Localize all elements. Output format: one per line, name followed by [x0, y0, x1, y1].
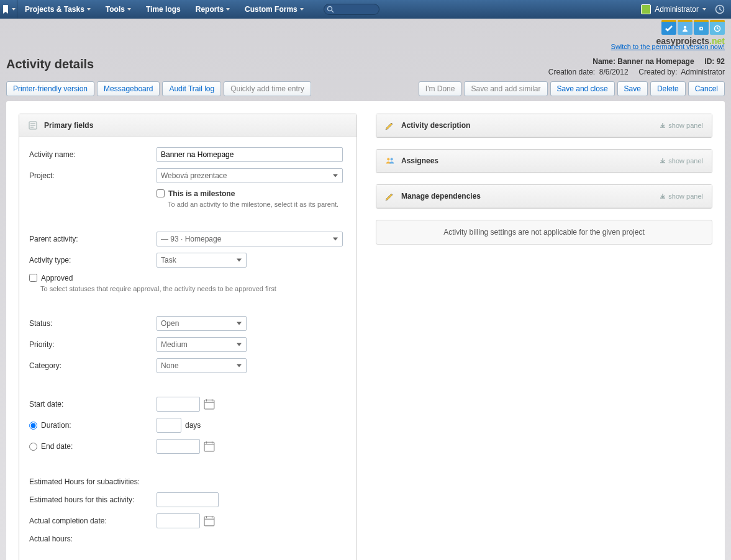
approved-hint: To select statuses that require approval…: [40, 285, 347, 292]
nav-projects-tasks[interactable]: Projects & Tasks: [17, 0, 98, 19]
nav-time-logs[interactable]: Time logs: [138, 0, 188, 19]
brand-logo: easyprojects.net: [650, 19, 725, 46]
estimated-sub-label: Estimated Hours for subactivities:: [29, 477, 157, 486]
calendar-icon[interactable]: [204, 441, 215, 452]
download-icon: [660, 122, 666, 129]
show-panel-link[interactable]: show panel: [660, 157, 703, 165]
svg-point-21: [387, 158, 389, 160]
im-done-button[interactable]: I'm Done: [419, 81, 462, 96]
parent-activity-label: Parent activity:: [29, 235, 157, 243]
calendar-icon[interactable]: [204, 515, 215, 526]
svg-rect-9: [204, 400, 214, 409]
approved-checkbox[interactable]: [29, 274, 37, 282]
cancel-button[interactable]: Cancel: [688, 81, 725, 96]
activity-type-label: Activity type:: [29, 256, 157, 264]
priority-label: Priority:: [29, 340, 157, 349]
meta-creation-date-value: 8/6/2012: [599, 68, 629, 76]
activity-meta: Name: Banner na Homepage ID: 92 Creation…: [548, 57, 725, 76]
brand-link-icon: [697, 25, 705, 32]
actual-completion-label: Actual completion date:: [29, 517, 157, 525]
meta-creation-date-label: Creation date:: [548, 68, 595, 76]
form-icon: [28, 120, 38, 130]
bookmark-menu-button[interactable]: [0, 0, 17, 19]
page-title: Activity details: [6, 57, 548, 71]
manage-dependencies-panel: Manage dependencies show panel: [376, 184, 712, 209]
save-add-similar-button[interactable]: Save and add similar: [464, 81, 547, 96]
people-icon: [385, 156, 395, 166]
svg-rect-17: [204, 517, 214, 526]
caret-down-icon: [87, 8, 91, 11]
activity-description-panel: Activity description show panel: [376, 114, 712, 138]
download-icon: [660, 158, 666, 164]
category-label: Category:: [29, 361, 157, 370]
priority-select[interactable]: Medium: [157, 337, 247, 352]
milestone-hint: To add an activity to the milestone, sel…: [168, 201, 347, 208]
brand-check-icon: [665, 24, 673, 33]
audit-trail-button[interactable]: Audit Trail log: [162, 81, 221, 96]
assignees-panel: Assignees show panel: [376, 149, 712, 173]
nav-tools[interactable]: Tools: [98, 0, 138, 19]
nav-reports[interactable]: Reports: [188, 0, 237, 19]
meta-created-by-value: Administrator: [681, 68, 725, 76]
svg-point-3: [684, 25, 686, 28]
activity-name-input[interactable]: [157, 147, 343, 162]
show-panel-link[interactable]: show panel: [660, 122, 703, 129]
calendar-icon[interactable]: [204, 399, 215, 410]
avatar: [641, 4, 651, 14]
svg-point-22: [391, 158, 393, 160]
project-label: Project:: [29, 171, 157, 180]
estimated-hours-input[interactable]: [157, 492, 219, 507]
nav-custom-forms[interactable]: Custom Forms: [237, 0, 311, 19]
duration-unit: days: [185, 421, 201, 430]
brand-person-icon: [681, 25, 689, 32]
actual-hours-label: Actual hours:: [29, 535, 157, 543]
status-select[interactable]: Open: [157, 316, 247, 331]
meta-created-by-label: Created by:: [638, 68, 677, 76]
pencil-icon: [385, 120, 395, 130]
caret-down-icon: [127, 8, 131, 11]
clock-icon[interactable]: [715, 4, 725, 14]
duration-radio[interactable]: [29, 422, 37, 430]
primary-fields-title: Primary fields: [44, 121, 93, 130]
svg-rect-13: [204, 442, 214, 451]
parent-activity-select[interactable]: — 93 · Homepage: [157, 232, 343, 246]
delete-button[interactable]: Delete: [650, 81, 686, 96]
activity-type-select[interactable]: Task: [157, 253, 247, 268]
bookmark-icon: [2, 5, 9, 14]
end-date-radio[interactable]: [29, 443, 37, 451]
save-button[interactable]: Save: [617, 81, 648, 96]
user-menu[interactable]: Administrator: [641, 4, 706, 14]
navbar: Projects & Tasks Tools Time logs Reports…: [0, 0, 731, 19]
duration-input[interactable]: [157, 418, 181, 433]
save-and-close-button[interactable]: Save and close: [550, 81, 615, 96]
user-name-label: Administrator: [655, 5, 699, 14]
manage-dependencies-title: Manage dependencies: [401, 192, 481, 201]
printer-friendly-button[interactable]: Printer-friendly version: [6, 81, 94, 96]
show-panel-link[interactable]: show panel: [660, 192, 703, 200]
project-select[interactable]: Webová prezentace: [157, 168, 343, 183]
estimated-this-label: Estimated hours for this activity:: [29, 495, 157, 504]
activity-name-label: Activity name:: [29, 150, 157, 159]
meta-id-value: 92: [717, 57, 725, 66]
category-select[interactable]: None: [157, 358, 247, 373]
billing-info-strip: Activity billing settings are not applic…: [376, 220, 712, 245]
start-date-input[interactable]: [157, 397, 200, 412]
approved-label: Approved: [41, 274, 73, 282]
svg-point-0: [327, 7, 332, 11]
pencil-icon: [385, 191, 395, 201]
start-date-label: Start date:: [29, 400, 157, 409]
end-date-input[interactable]: [157, 439, 200, 454]
duration-label: Duration:: [41, 421, 71, 430]
svg-line-1: [332, 11, 334, 12]
caret-down-icon: [226, 8, 230, 11]
caret-down-icon: [12, 8, 16, 11]
caret-down-icon: [300, 8, 304, 11]
milestone-checkbox[interactable]: [157, 189, 165, 197]
milestone-label: This is a milestone: [168, 189, 235, 198]
caret-down-icon: [702, 8, 706, 11]
end-date-label: End date:: [41, 442, 73, 451]
messageboard-button[interactable]: Messageboard: [97, 81, 160, 96]
actual-completion-input[interactable]: [157, 513, 200, 528]
meta-name-value: Banner na Homepage: [617, 57, 694, 66]
quickly-add-time-button[interactable]: Quickly add time entry: [224, 81, 311, 96]
